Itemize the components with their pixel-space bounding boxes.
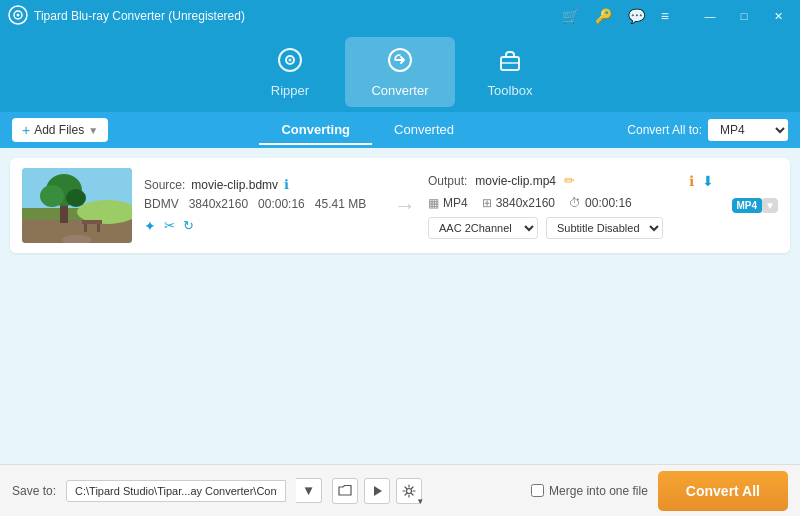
svg-point-5 [289, 58, 292, 61]
merge-label: Merge into one file [549, 484, 648, 498]
ripper-label: Ripper [271, 83, 309, 98]
close-button[interactable]: ✕ [764, 5, 792, 27]
ripper-icon [277, 47, 303, 79]
svg-rect-19 [97, 224, 100, 232]
file-size: 45.41 MB [315, 197, 366, 211]
minimize-button[interactable]: — [696, 5, 724, 27]
sub-tab-converting[interactable]: Converting [259, 116, 372, 145]
app-title: Tipard Blu-ray Converter (Unregistered) [34, 9, 557, 23]
download-icon[interactable]: ⬇ [702, 173, 714, 189]
chat-icon[interactable]: 💬 [623, 6, 650, 26]
source-info-icon[interactable]: ℹ [284, 177, 289, 192]
file-resolution: 3840x2160 [189, 197, 248, 211]
file-meta: BDMV 3840x2160 00:00:16 45.41 MB [144, 197, 382, 211]
resolution-icon: ⊞ [482, 196, 492, 210]
merge-checkbox[interactable] [531, 484, 544, 497]
file-info: Source: movie-clip.bdmv ℹ BDMV 3840x2160… [144, 177, 382, 234]
svg-point-2 [17, 13, 20, 16]
convert-all-to: Convert All to: MP4 MKV AVI MOV [627, 119, 788, 141]
svg-point-22 [407, 488, 412, 493]
tab-toolbox[interactable]: Toolbox [455, 37, 565, 107]
info-output-icon[interactable]: ℹ [689, 173, 694, 189]
clock-icon: ⏱ [569, 196, 581, 210]
format-select[interactable]: MP4 MKV AVI MOV [708, 119, 788, 141]
sub-tabs: Converting Converted [108, 116, 627, 145]
dropdown-arrow-icon: ▼ [88, 125, 98, 136]
plus-icon: + [22, 122, 30, 138]
output-duration: 00:00:16 [585, 196, 632, 210]
title-bar: Tipard Blu-ray Converter (Unregistered) … [0, 0, 800, 32]
svg-marker-21 [374, 486, 382, 496]
add-files-label: Add Files [34, 123, 84, 137]
output-format: MP4 [443, 196, 468, 210]
thumbnail [22, 168, 132, 243]
file-duration: 00:00:16 [258, 197, 305, 211]
output-resolution: 3840x2160 [496, 196, 555, 210]
save-path-input[interactable] [66, 480, 286, 502]
file-row: Source: movie-clip.bdmv ℹ BDMV 3840x2160… [10, 158, 790, 253]
nav-bar: Ripper Converter Toolbox [0, 32, 800, 112]
svg-point-15 [66, 189, 86, 207]
output-resolution-item: ⊞ 3840x2160 [482, 196, 555, 210]
dropdowns-row: AAC 2Channel AAC 5.1 MP3 Subtitle Disabl… [428, 217, 714, 239]
output-filename-row: Output: movie-clip.mp4 ✏ ℹ ⬇ [428, 173, 714, 189]
output-label: Output: [428, 174, 467, 188]
cut-icon[interactable]: ✂ [164, 218, 175, 234]
converter-icon [387, 47, 413, 79]
svg-point-14 [40, 185, 64, 207]
add-files-button[interactable]: + Add Files ▼ [12, 118, 108, 142]
convert-all-to-label: Convert All to: [627, 123, 702, 137]
sub-tab-converted[interactable]: Converted [372, 116, 476, 145]
toolbox-label: Toolbox [488, 83, 533, 98]
settings-icon-button[interactable]: ▼ [396, 478, 422, 504]
video-icon: ▦ [428, 196, 439, 210]
svg-rect-17 [82, 220, 102, 224]
file-actions: ✦ ✂ ↻ [144, 218, 382, 234]
path-dropdown-button[interactable]: ▼ [296, 478, 322, 503]
convert-all-button[interactable]: Convert All [658, 471, 788, 511]
svg-rect-18 [84, 224, 87, 232]
converter-label: Converter [371, 83, 428, 98]
cart-icon[interactable]: 🛒 [557, 6, 584, 26]
tab-ripper[interactable]: Ripper [235, 37, 345, 107]
folder-icon-button[interactable] [332, 478, 358, 504]
maximize-button[interactable]: □ [730, 5, 758, 27]
content-area: Source: movie-clip.bdmv ℹ BDMV 3840x2160… [0, 148, 800, 516]
file-source: Source: movie-clip.bdmv ℹ [144, 177, 382, 192]
play-icon-button[interactable] [364, 478, 390, 504]
key-icon[interactable]: 🔑 [590, 6, 617, 26]
mp4-badge-container: MP4 ▼ [732, 198, 778, 213]
mp4-badge-dropdown[interactable]: ▼ [762, 198, 778, 213]
output-icons: ℹ ⬇ [689, 173, 714, 189]
output-filename: movie-clip.mp4 [475, 174, 556, 188]
bottom-bar: Save to: ▼ ▼ Me [0, 464, 800, 516]
app-logo [8, 5, 28, 28]
output-info: Output: movie-clip.mp4 ✏ ℹ ⬇ ▦ MP4 ⊞ [428, 173, 714, 239]
edit-filename-icon[interactable]: ✏ [564, 173, 575, 188]
mp4-badge[interactable]: MP4 [732, 198, 763, 213]
merge-checkbox-label[interactable]: Merge into one file [531, 484, 648, 498]
output-duration-item: ⏱ 00:00:16 [569, 196, 632, 210]
output-detail: ▦ MP4 ⊞ 3840x2160 ⏱ 00:00:16 [428, 196, 714, 210]
source-filename: movie-clip.bdmv [191, 178, 278, 192]
save-to-label: Save to: [12, 484, 56, 498]
tab-converter[interactable]: Converter [345, 37, 455, 107]
bottom-icons: ▼ [332, 478, 422, 504]
audio-track-select[interactable]: AAC 2Channel AAC 5.1 MP3 [428, 217, 538, 239]
arrow-right-icon: → [394, 193, 416, 219]
sparkle-icon[interactable]: ✦ [144, 218, 156, 234]
title-bar-controls: 🛒 🔑 💬 ≡ — □ ✕ [557, 5, 792, 27]
output-format-item: ▦ MP4 [428, 196, 468, 210]
toolbox-icon [497, 47, 523, 79]
file-format: BDMV [144, 197, 179, 211]
subtitle-select[interactable]: Subtitle Disabled Subtitle Enabled [546, 217, 663, 239]
loop-icon[interactable]: ↻ [183, 218, 194, 234]
source-label: Source: [144, 178, 185, 192]
menu-icon[interactable]: ≡ [656, 6, 674, 26]
sub-toolbar: + Add Files ▼ Converting Converted Conve… [0, 112, 800, 148]
